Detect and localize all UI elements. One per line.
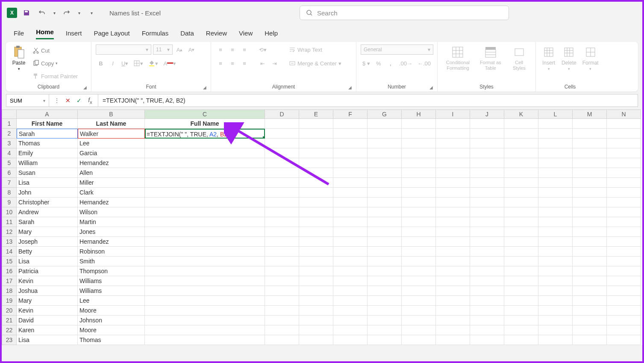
cell-M1[interactable] (573, 119, 607, 129)
cell-K5[interactable] (504, 158, 538, 168)
cell-M4[interactable] (573, 148, 607, 158)
cell-I17[interactable] (436, 276, 470, 286)
cell-M8[interactable] (573, 188, 607, 198)
cell-J17[interactable] (470, 276, 504, 286)
cell-N3[interactable] (607, 139, 641, 148)
cell-K13[interactable] (504, 237, 538, 247)
cell-N20[interactable] (607, 306, 641, 316)
cell-J13[interactable] (470, 237, 504, 247)
cell-B13[interactable]: Hernandez (78, 237, 145, 247)
cell-N22[interactable] (607, 325, 641, 335)
redo-button[interactable] (61, 7, 73, 19)
cell-A13[interactable]: Joseph (17, 237, 78, 247)
format-cells-button[interactable]: Format▾ (581, 44, 600, 72)
select-all-corner[interactable] (2, 109, 17, 119)
cell-C3[interactable] (145, 139, 265, 148)
cell-I21[interactable] (436, 316, 470, 325)
cell-I8[interactable] (436, 188, 470, 198)
cell-D3[interactable] (265, 139, 299, 148)
cell-B19[interactable]: Lee (78, 296, 145, 306)
col-header-e[interactable]: E (299, 109, 333, 119)
increase-decimal-button[interactable]: .00→ (397, 58, 414, 68)
cell-N11[interactable] (607, 217, 641, 227)
bold-button[interactable]: B (96, 58, 106, 68)
cell-A3[interactable]: Thomas (17, 139, 78, 148)
alignment-launcher[interactable]: ◢ (348, 85, 352, 90)
cell-N12[interactable] (607, 227, 641, 237)
cell-H22[interactable] (402, 325, 436, 335)
col-header-n[interactable]: N (607, 109, 641, 119)
cell-L23[interactable] (538, 335, 573, 345)
col-header-f[interactable]: F (333, 109, 368, 119)
cell-B8[interactable]: Clark (78, 188, 145, 198)
cell-A20[interactable]: Kevin (17, 306, 78, 316)
cell-E22[interactable] (299, 325, 333, 335)
cell-N4[interactable] (607, 148, 641, 158)
cell-I23[interactable] (436, 335, 470, 345)
cell-N10[interactable] (607, 207, 641, 217)
cell-D9[interactable] (265, 198, 299, 207)
cell-C6[interactable] (145, 168, 265, 178)
tab-page-layout[interactable]: Page Layout (94, 30, 129, 39)
cell-F7[interactable] (333, 178, 368, 188)
cell-D22[interactable] (265, 325, 299, 335)
cell-E12[interactable] (299, 227, 333, 237)
cell-G11[interactable] (368, 217, 402, 227)
tab-view[interactable]: View (239, 30, 253, 39)
cell-A22[interactable]: Karen (17, 325, 78, 335)
cell-M21[interactable] (573, 316, 607, 325)
cell-C11[interactable] (145, 217, 265, 227)
cell-D8[interactable] (265, 188, 299, 198)
cell-B11[interactable]: Martin (78, 217, 145, 227)
cell-I16[interactable] (436, 266, 470, 276)
cell-B6[interactable]: Allen (78, 168, 145, 178)
cell-C20[interactable] (145, 306, 265, 316)
cell-L21[interactable] (538, 316, 573, 325)
col-header-d[interactable]: D (265, 109, 299, 119)
col-header-b[interactable]: B (78, 109, 145, 119)
cell-F12[interactable] (333, 227, 368, 237)
cell-A6[interactable]: Susan (17, 168, 78, 178)
cell-J16[interactable] (470, 266, 504, 276)
decrease-indent-button[interactable]: ⇤ (257, 58, 268, 68)
cell-K1[interactable] (504, 119, 538, 129)
cell-A21[interactable]: David (17, 316, 78, 325)
cell-A5[interactable]: William (17, 158, 78, 168)
cell-D16[interactable] (265, 266, 299, 276)
cell-F1[interactable] (333, 119, 368, 129)
row-header[interactable]: 6 (2, 168, 17, 178)
cell-G13[interactable] (368, 237, 402, 247)
cell-B10[interactable]: Wilson (78, 207, 145, 217)
cell-B21[interactable]: Johnson (78, 316, 145, 325)
tab-formulas[interactable]: Formulas (142, 30, 169, 39)
row-header[interactable]: 22 (2, 325, 17, 335)
cell-J2[interactable] (470, 129, 504, 139)
cell-L14[interactable] (538, 247, 573, 257)
cell-I12[interactable] (436, 227, 470, 237)
cell-F22[interactable] (333, 325, 368, 335)
cell-E15[interactable] (299, 257, 333, 266)
cut-button[interactable]: Cut (30, 45, 80, 56)
cell-D21[interactable] (265, 316, 299, 325)
cell-F5[interactable] (333, 158, 368, 168)
cell-H10[interactable] (402, 207, 436, 217)
cell-J4[interactable] (470, 148, 504, 158)
cell-J19[interactable] (470, 296, 504, 306)
align-top-button[interactable]: ≡ (215, 44, 226, 55)
tab-file[interactable]: File (14, 30, 24, 39)
align-middle-button[interactable]: ≡ (227, 44, 238, 55)
cell-D13[interactable] (265, 237, 299, 247)
cell-G16[interactable] (368, 266, 402, 276)
cell-I3[interactable] (436, 139, 470, 148)
cell-M14[interactable] (573, 247, 607, 257)
cell-C8[interactable] (145, 188, 265, 198)
undo-dropdown[interactable]: ▾ (51, 7, 57, 19)
cell-K7[interactable] (504, 178, 538, 188)
row-header[interactable]: 14 (2, 247, 17, 257)
cell-G8[interactable] (368, 188, 402, 198)
cell-B17[interactable]: Williams (78, 276, 145, 286)
undo-button[interactable] (36, 7, 48, 19)
cell-F8[interactable] (333, 188, 368, 198)
row-header[interactable]: 11 (2, 217, 17, 227)
cell-D12[interactable] (265, 227, 299, 237)
